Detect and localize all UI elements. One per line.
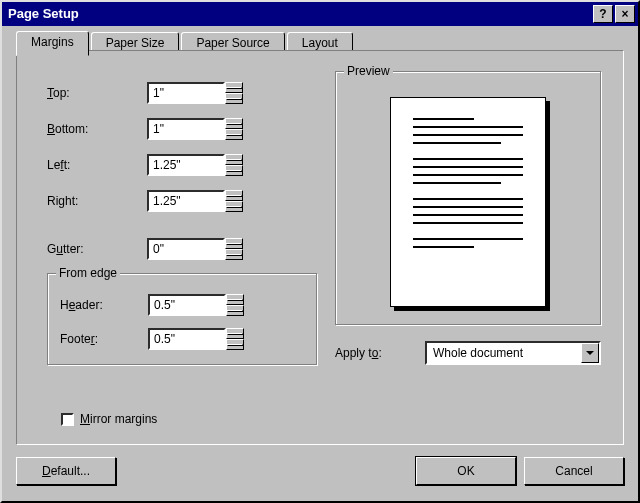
mirror-label: Mirror margins	[80, 412, 157, 426]
spin-up-icon[interactable]	[225, 154, 243, 165]
title-bar: Page Setup ? ×	[2, 2, 638, 26]
apply-to-value: Whole document	[427, 343, 581, 363]
spin-up-icon[interactable]	[226, 328, 244, 339]
apply-to-combo[interactable]: Whole document	[425, 341, 601, 365]
cancel-button[interactable]: Cancel	[524, 457, 624, 485]
spin-up-icon[interactable]	[225, 238, 243, 249]
gutter-input[interactable]	[147, 238, 225, 260]
label-apply-to: Apply to:	[335, 346, 425, 360]
spin-down-icon[interactable]	[225, 93, 243, 104]
label-left: Left:	[47, 158, 147, 172]
help-button[interactable]: ?	[593, 5, 613, 23]
top-spinner[interactable]	[147, 82, 243, 104]
button-bar: Default... OK Cancel	[16, 457, 624, 487]
close-button[interactable]: ×	[615, 5, 635, 23]
left-input[interactable]	[147, 154, 225, 176]
right-input[interactable]	[147, 190, 225, 212]
default-button[interactable]: Default...	[16, 457, 116, 485]
spin-up-icon[interactable]	[225, 190, 243, 201]
spin-down-icon[interactable]	[226, 305, 244, 316]
spin-down-icon[interactable]	[225, 201, 243, 212]
dialog-title: Page Setup	[8, 2, 79, 26]
spin-down-icon[interactable]	[225, 165, 243, 176]
left-spinner[interactable]	[147, 154, 243, 176]
tab-content: Top: Bottom: Left:	[16, 50, 624, 445]
spin-down-icon[interactable]	[225, 129, 243, 140]
chevron-down-icon[interactable]	[581, 343, 599, 363]
label-right: Right:	[47, 194, 147, 208]
header-spinner[interactable]	[148, 294, 244, 316]
label-bottom: Bottom:	[47, 122, 147, 136]
ok-button[interactable]: OK	[416, 457, 516, 485]
mirror-margins-row[interactable]: Mirror margins	[61, 412, 157, 426]
header-input[interactable]	[148, 294, 226, 316]
spin-up-icon[interactable]	[225, 118, 243, 129]
label-header: Header:	[60, 298, 148, 312]
preview-column: Preview Apply to: Whole	[335, 71, 601, 365]
bottom-spinner[interactable]	[147, 118, 243, 140]
mirror-checkbox[interactable]	[61, 413, 74, 426]
label-gutter: Gutter:	[47, 242, 147, 256]
from-edge-group: From edge Header: Footer:	[47, 273, 317, 365]
margins-form: Top: Bottom: Left:	[47, 75, 317, 365]
right-spinner[interactable]	[147, 190, 243, 212]
tab-margins[interactable]: Margins	[16, 31, 89, 56]
footer-input[interactable]	[148, 328, 226, 350]
preview-group: Preview	[335, 71, 601, 325]
footer-spinner[interactable]	[148, 328, 244, 350]
preview-legend: Preview	[344, 64, 393, 78]
label-top: Top:	[47, 86, 147, 100]
spin-up-icon[interactable]	[225, 82, 243, 93]
spin-down-icon[interactable]	[225, 249, 243, 260]
page-setup-dialog: Page Setup ? × Margins Paper Size Paper …	[0, 0, 640, 503]
spin-down-icon[interactable]	[226, 339, 244, 350]
spin-up-icon[interactable]	[226, 294, 244, 305]
page-preview	[390, 97, 546, 307]
top-input[interactable]	[147, 82, 225, 104]
bottom-input[interactable]	[147, 118, 225, 140]
gutter-spinner[interactable]	[147, 238, 243, 260]
from-edge-legend: From edge	[56, 266, 120, 280]
label-footer: Footer:	[60, 332, 148, 346]
